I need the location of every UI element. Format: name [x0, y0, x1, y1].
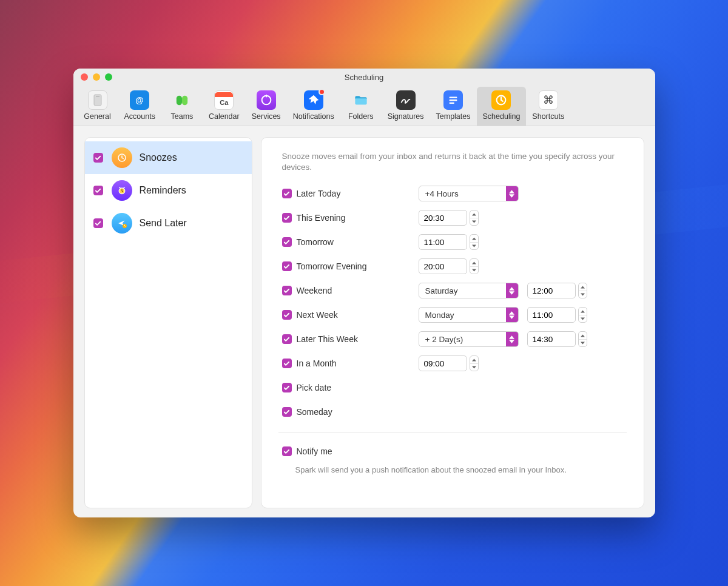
sidebar-item-label: Snoozes [140, 152, 177, 163]
sidebar-item-reminders[interactable]: Reminders [85, 174, 252, 207]
time-stepper-next-week[interactable] [578, 307, 587, 323]
tab-shortcuts[interactable]: ⌘ Shortcuts [526, 87, 570, 126]
tab-calendar[interactable]: Ca Calendar [203, 87, 246, 126]
tab-notifications[interactable]: Notifications [287, 87, 340, 126]
row-later-this-week: Later This Week + 2 Day(s) [282, 327, 623, 351]
notifications-icon [304, 90, 323, 110]
tab-services-label: Services [252, 112, 281, 121]
dropdown-later-today-button[interactable] [506, 186, 518, 201]
snoozes-checkbox[interactable] [93, 153, 103, 163]
tab-signatures[interactable]: Signatures [382, 87, 430, 126]
panel-description: Snooze moves email from your inbox and r… [282, 151, 622, 173]
checkbox-later-today[interactable] [282, 189, 292, 198]
tab-teams[interactable]: Teams [161, 87, 203, 126]
scheduling-sidebar: Snoozes Reminders Send Later [84, 137, 252, 508]
row-next-week: Next Week Monday [282, 303, 623, 327]
time-input-tomorrow-evening[interactable] [419, 258, 467, 274]
row-in-a-month: In a Month [282, 351, 623, 376]
tab-services[interactable]: Services [246, 87, 287, 126]
dropdown-weekend-button[interactable] [506, 283, 518, 298]
stepper-up-in-a-month[interactable] [470, 356, 478, 363]
tab-general[interactable]: General [77, 87, 118, 126]
time-input-next-week[interactable] [527, 307, 576, 323]
time-input-tomorrow[interactable] [419, 234, 467, 250]
row-weekend: Weekend Saturday [282, 278, 623, 303]
reminders-icon [112, 180, 132, 201]
accounts-icon: @ [130, 90, 149, 110]
time-stepper-weekend[interactable] [578, 283, 587, 298]
time-stepper-tomorrow-evening[interactable] [470, 258, 479, 274]
dropdown-weekend-value: Saturday [419, 286, 506, 295]
tab-folders-label: Folders [348, 112, 374, 121]
svg-rect-8 [450, 103, 454, 104]
tab-general-label: General [84, 112, 110, 121]
stepper-up-next-week[interactable] [579, 308, 587, 315]
checkbox-tomorrow-evening[interactable] [282, 261, 292, 271]
label-next-week: Next Week [297, 310, 338, 320]
stepper-down-tomorrow[interactable] [470, 242, 478, 250]
tab-shortcuts-label: Shortcuts [532, 112, 564, 121]
checkbox-someday[interactable] [282, 407, 292, 417]
label-someday: Someday [297, 407, 332, 417]
stepper-up-tomorrow-evening[interactable] [470, 259, 478, 266]
folders-icon [351, 90, 371, 110]
checkbox-pick-date[interactable] [282, 383, 292, 392]
checkbox-weekend[interactable] [282, 286, 292, 295]
sidebar-item-sendlater[interactable]: Send Later [85, 207, 252, 240]
time-input-in-a-month[interactable] [419, 355, 467, 371]
checkbox-tomorrow[interactable] [282, 237, 292, 247]
stepper-down-later-this-week[interactable] [579, 339, 587, 347]
row-someday: Someday [282, 400, 623, 424]
tab-scheduling[interactable]: Scheduling [477, 87, 527, 126]
stepper-up-tomorrow[interactable] [470, 235, 478, 242]
dropdown-next-week-button[interactable] [506, 308, 518, 322]
reminders-checkbox[interactable] [93, 186, 103, 195]
stepper-up-weekend[interactable] [579, 283, 587, 291]
tab-templates[interactable]: Templates [430, 87, 477, 126]
checkbox-this-evening[interactable] [282, 213, 292, 223]
label-weekend: Weekend [297, 286, 332, 295]
label-tomorrow: Tomorrow [297, 237, 334, 247]
dropdown-later-this-week-button[interactable] [506, 332, 518, 346]
time-input-later-this-week[interactable] [527, 331, 576, 347]
row-later-today: Later Today +4 Hours [282, 181, 623, 206]
scheduling-icon [491, 90, 511, 110]
tab-notifications-label: Notifications [293, 112, 334, 121]
dropdown-next-week[interactable]: Monday [419, 307, 519, 323]
time-stepper-this-evening[interactable] [470, 210, 479, 226]
dropdown-later-this-week[interactable]: + 2 Day(s) [419, 331, 519, 347]
checkbox-later-this-week[interactable] [282, 334, 292, 344]
dropdown-later-today[interactable]: +4 Hours [419, 186, 519, 201]
sendlater-checkbox[interactable] [93, 218, 103, 228]
teams-icon [172, 90, 192, 110]
calendar-icon: Ca [214, 90, 234, 110]
label-pick-date: Pick date [297, 383, 332, 392]
tab-teams-label: Teams [171, 112, 194, 121]
dropdown-next-week-value: Monday [419, 311, 506, 320]
dropdown-weekend[interactable]: Saturday [419, 283, 519, 298]
stepper-down-weekend[interactable] [579, 291, 587, 298]
notify-me-checkbox[interactable] [282, 446, 292, 456]
sidebar-item-snoozes[interactable]: Snoozes [85, 141, 252, 174]
checkbox-in-a-month[interactable] [282, 359, 292, 368]
time-field-tomorrow-evening [419, 258, 479, 274]
notify-me-label: Notify me [297, 446, 332, 456]
stepper-down-this-evening[interactable] [470, 218, 478, 226]
checkbox-next-week[interactable] [282, 310, 292, 320]
stepper-down-in-a-month[interactable] [470, 363, 478, 371]
stepper-up-this-evening[interactable] [470, 210, 478, 218]
time-input-this-evening[interactable] [419, 210, 467, 226]
svg-text:@: @ [135, 96, 143, 105]
stepper-down-tomorrow-evening[interactable] [470, 266, 478, 274]
stepper-down-next-week[interactable] [579, 315, 587, 323]
tab-folders[interactable]: Folders [340, 87, 382, 126]
sidebar-item-label: Reminders [140, 185, 186, 196]
stepper-up-later-this-week[interactable] [579, 332, 587, 339]
time-stepper-in-a-month[interactable] [470, 355, 479, 371]
time-stepper-tomorrow[interactable] [470, 234, 479, 250]
templates-icon [443, 90, 463, 110]
sidebar-item-label: Send Later [140, 218, 187, 229]
time-input-weekend[interactable] [527, 283, 576, 298]
time-stepper-later-this-week[interactable] [578, 331, 587, 347]
tab-accounts[interactable]: @ Accounts [118, 87, 161, 126]
